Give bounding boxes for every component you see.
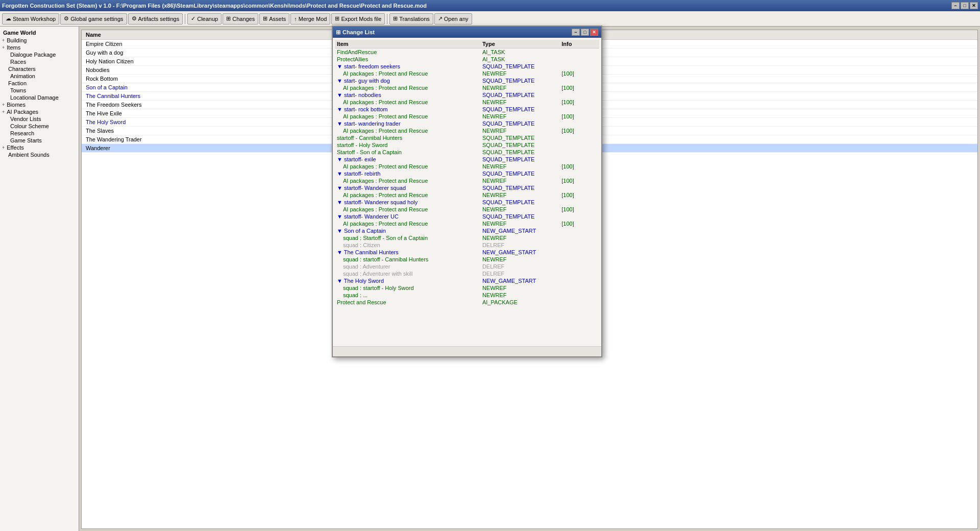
table-row[interactable]: squad : Startoff - Son of a Captain NEWR…	[335, 234, 599, 242]
table-row[interactable]: ▼ start- freedom seekers SQUAD_TEMPLATE	[335, 63, 599, 70]
cell-type: NEWREF	[480, 163, 559, 170]
table-row[interactable]: Protect and Rescue AI_PACKAGE	[335, 299, 599, 306]
table-row[interactable]: AI packages : Protect and Rescue NEWREF …	[335, 99, 599, 106]
steam-workshop-button[interactable]: ☁ Steam Workshop	[2, 13, 59, 25]
table-row[interactable]: ▼ The Cannibal Hunters NEW_GAME_START	[335, 249, 599, 256]
cell-item: ProtectAllies	[335, 56, 480, 63]
table-row[interactable]: ▼ startoff- Wanderer UC SQUAD_TEMPLATE	[335, 213, 599, 220]
cell-info	[559, 77, 599, 84]
cell-info	[559, 284, 599, 292]
sidebar-item-items[interactable]: + Items	[0, 44, 79, 51]
sidebar-item-characters[interactable]: Characters	[0, 65, 79, 73]
cell-item: ▼ start- nobodies	[335, 91, 480, 99]
col-item: Item	[335, 40, 480, 49]
cell-item: AI packages : Protect and Rescue	[335, 220, 480, 227]
table-row[interactable]: AI packages : Protect and Rescue NEWREF …	[335, 191, 599, 199]
artifacts-settings-button[interactable]: ⚙ Artifacts settings	[128, 13, 183, 25]
sidebar-item-ambient-sounds[interactable]: Ambient Sounds	[0, 151, 79, 158]
minimize-button[interactable]: −	[951, 2, 960, 9]
sidebar-item-research[interactable]: Research	[0, 130, 79, 137]
cell-type: SQUAD_TEMPLATE	[480, 156, 559, 163]
global-settings-button[interactable]: ⚙ Global game settings	[60, 13, 127, 25]
table-row[interactable]: ▼ startoff- Wanderer squad SQUAD_TEMPLAT…	[335, 184, 599, 191]
cell-info	[559, 106, 599, 113]
table-row[interactable]: ▼ Son of a Captain NEW_GAME_START	[335, 227, 599, 234]
cell-type: SQUAD_TEMPLATE	[480, 91, 559, 99]
export-mods-button[interactable]: ⊞ Export Mods file	[331, 13, 385, 25]
table-row[interactable]: AI packages : Protect and Rescue NEWREF …	[335, 163, 599, 170]
sidebar-item-game-starts[interactable]: Game Starts	[0, 137, 79, 144]
cell-item: squad : Startoff - Son of a Captain	[335, 234, 480, 242]
translations-button[interactable]: ⊞ Translations	[389, 13, 433, 25]
table-row[interactable]: squad : ... NEWREF	[335, 292, 599, 299]
sidebar-item-effects[interactable]: + Effects	[0, 144, 79, 151]
sidebar-item-faction[interactable]: Faction	[0, 80, 79, 87]
cell-type: NEWREF	[480, 177, 559, 184]
cell-type: SQUAD_TEMPLATE	[480, 141, 559, 149]
sidebar-item-dialogue-package[interactable]: Dialogue Package	[0, 51, 79, 58]
cell-info	[559, 134, 599, 141]
cell-info: [100]	[559, 99, 599, 106]
table-row[interactable]: ▼ startoff- exile SQUAD_TEMPLATE	[335, 156, 599, 163]
cell-type: NEWREF	[480, 113, 559, 120]
assets-button[interactable]: ⊞ Assets	[259, 13, 289, 25]
sidebar-item-building[interactable]: + Building	[0, 37, 79, 44]
cell-item: FindAndRescue	[335, 49, 480, 56]
dialog-minimize-button[interactable]: −	[572, 29, 580, 36]
table-row[interactable]: ▼ start- rock bottom SQUAD_TEMPLATE	[335, 106, 599, 113]
table-row[interactable]: AI packages : Protect and Rescue NEWREF …	[335, 127, 599, 134]
cell-item: squad : Adventurer	[335, 263, 480, 270]
sidebar-item-ai-packages[interactable]: + AI Packages	[0, 108, 79, 115]
cleanup-button[interactable]: ✓ Cleanup	[187, 13, 222, 25]
table-row[interactable]: ▼ start- wandering trader SQUAD_TEMPLATE	[335, 120, 599, 127]
dialog-maximize-button[interactable]: □	[581, 29, 589, 36]
cell-info	[559, 277, 599, 284]
sidebar-item-colour-scheme[interactable]: Colour Scheme	[0, 123, 79, 130]
table-row[interactable]: squad : startoff - Cannibal Hunters NEWR…	[335, 256, 599, 263]
cell-type: AI_PACKAGE	[480, 299, 559, 306]
table-row[interactable]: startoff - Holy Sword SQUAD_TEMPLATE	[335, 141, 599, 149]
cell-item: AI packages : Protect and Rescue	[335, 177, 480, 184]
table-row[interactable]: AI packages : Protect and Rescue NEWREF …	[335, 177, 599, 184]
table-row[interactable]: Startoff - Son of a Captain SQUAD_TEMPLA…	[335, 149, 599, 156]
table-row[interactable]: ▼ start- guy with dog SQUAD_TEMPLATE	[335, 77, 599, 84]
maximize-button[interactable]: □	[961, 2, 969, 9]
table-row[interactable]: ProtectAllies AI_TASK	[335, 56, 599, 63]
table-row[interactable]: ▼ startoff- rebirth SQUAD_TEMPLATE	[335, 170, 599, 177]
close-button[interactable]: ✕	[970, 2, 978, 9]
table-row[interactable]: ▼ The Holy Sword NEW_GAME_START	[335, 277, 599, 284]
cell-info: [100]	[559, 220, 599, 227]
changes-button[interactable]: ⊞ Changes	[223, 13, 258, 25]
cell-item: ▼ start- rock bottom	[335, 106, 480, 113]
table-row[interactable]: ▼ startoff- Wanderer squad holy SQUAD_TE…	[335, 199, 599, 206]
open-any-button[interactable]: ↗ Open any	[434, 13, 472, 25]
table-row[interactable]: startoff - Cannibal Hunters SQUAD_TEMPLA…	[335, 134, 599, 141]
table-row[interactable]: AI packages : Protect and Rescue NEWREF …	[335, 70, 599, 77]
sidebar-item-races[interactable]: Races	[0, 58, 79, 65]
table-row[interactable]: AI packages : Protect and Rescue NEWREF …	[335, 206, 599, 213]
table-row[interactable]: squad : startoff - Holy Sword NEWREF	[335, 284, 599, 292]
cell-type: NEWREF	[480, 284, 559, 292]
title-text: Forgotten Construction Set (Steam) v 1.0…	[2, 3, 427, 9]
table-row[interactable]: squad : Adventurer with skill DELREF	[335, 270, 599, 277]
sidebar-item-towns[interactable]: Towns	[0, 87, 79, 94]
table-row[interactable]: squad : Adventurer DELREF	[335, 263, 599, 270]
cell-item: ▼ The Cannibal Hunters	[335, 249, 480, 256]
merge-mod-button[interactable]: ↑ Merge Mod	[290, 13, 330, 25]
dialog-close-button[interactable]: ✕	[590, 29, 598, 36]
table-row[interactable]: FindAndRescue AI_TASK	[335, 49, 599, 56]
sidebar-item-vendor-lists[interactable]: Vendor Lists	[0, 115, 79, 123]
table-row[interactable]: AI packages : Protect and Rescue NEWREF …	[335, 84, 599, 91]
cell-info	[559, 213, 599, 220]
cell-info	[559, 184, 599, 191]
cell-item: ▼ start- wandering trader	[335, 120, 480, 127]
dialog-title-bar: ⊞ Change List − □ ✕	[333, 27, 601, 38]
table-row[interactable]: ▼ start- nobodies SQUAD_TEMPLATE	[335, 91, 599, 99]
table-row[interactable]: AI packages : Protect and Rescue NEWREF …	[335, 113, 599, 120]
sidebar-item-biomes[interactable]: + Biomes	[0, 101, 79, 108]
sidebar-item-animation[interactable]: Animation	[0, 73, 79, 80]
sidebar-item-locational-damage[interactable]: Locational Damage	[0, 94, 79, 101]
cell-info	[559, 270, 599, 277]
table-row[interactable]: squad : Citizen DELREF	[335, 242, 599, 249]
table-row[interactable]: AI packages : Protect and Rescue NEWREF …	[335, 220, 599, 227]
